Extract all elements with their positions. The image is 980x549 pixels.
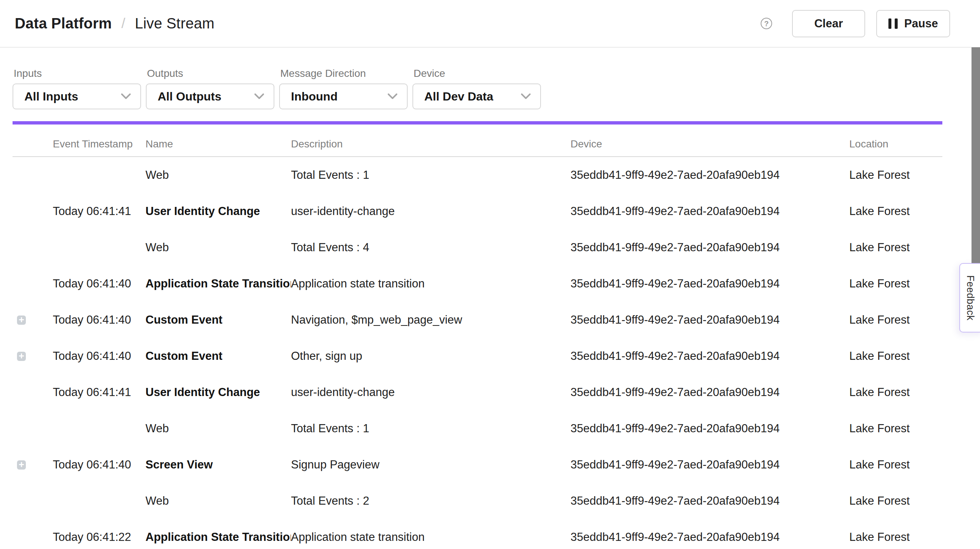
pause-icon bbox=[888, 19, 898, 29]
event-name: Screen View bbox=[145, 458, 291, 471]
clear-button[interactable]: Clear bbox=[792, 10, 865, 37]
page-title: Live Stream bbox=[135, 15, 215, 32]
column-device: Device bbox=[571, 138, 849, 150]
event-description: Signup Pageview bbox=[291, 458, 571, 471]
vertical-scrollbar[interactable] bbox=[972, 47, 980, 275]
pause-button-label: Pause bbox=[904, 17, 938, 30]
event-timestamp: Today 06:41:40 bbox=[53, 458, 145, 471]
table-row[interactable]: Web Total Events : 2 35eddb41-9ff9-49e2-… bbox=[13, 483, 942, 519]
event-timestamp: Today 06:41:41 bbox=[53, 205, 145, 218]
pause-button[interactable]: Pause bbox=[876, 10, 950, 37]
event-device: 35eddb41-9ff9-49e2-7aed-20afa90eb194 bbox=[571, 458, 849, 471]
filter-device: Device All Dev Data bbox=[412, 68, 541, 109]
table-row[interactable]: Web Total Events : 1 35eddb41-9ff9-49e2-… bbox=[13, 157, 942, 193]
inputs-dropdown[interactable]: All Inputs bbox=[13, 83, 141, 109]
event-location: Lake Forest bbox=[849, 241, 942, 254]
breadcrumb-separator: / bbox=[121, 16, 126, 31]
event-timestamp: Today 06:41:40 bbox=[53, 350, 145, 363]
event-description: user-identity-change bbox=[291, 205, 571, 218]
event-name: Web bbox=[145, 422, 291, 435]
event-name: Web bbox=[145, 494, 291, 508]
event-device: 35eddb41-9ff9-49e2-7aed-20afa90eb194 bbox=[571, 313, 849, 327]
expand-plus-icon[interactable]: + bbox=[17, 352, 26, 361]
event-timestamp: Today 06:41:22 bbox=[53, 530, 145, 544]
event-location: Lake Forest bbox=[849, 205, 942, 218]
expand-cell: + bbox=[13, 460, 53, 469]
event-device: 35eddb41-9ff9-49e2-7aed-20afa90eb194 bbox=[571, 422, 849, 435]
column-name: Name bbox=[145, 138, 291, 150]
chevron-down-icon bbox=[121, 94, 131, 99]
breadcrumb-data-platform[interactable]: Data Platform bbox=[15, 15, 112, 32]
event-name: Custom Event bbox=[145, 313, 291, 327]
event-table: Event Timestamp Name Description Device … bbox=[13, 124, 942, 549]
table-header-row: Event Timestamp Name Description Device … bbox=[13, 124, 942, 157]
event-description: Navigation, $mp_web_page_view bbox=[291, 313, 571, 327]
event-location: Lake Forest bbox=[849, 458, 942, 471]
feedback-tab[interactable]: Feedback bbox=[959, 263, 980, 332]
table-row[interactable]: + Today 06:41:40 Custom Event Other, sig… bbox=[13, 338, 942, 374]
event-device: 35eddb41-9ff9-49e2-7aed-20afa90eb194 bbox=[571, 494, 849, 508]
event-name: Web bbox=[145, 241, 291, 254]
event-location: Lake Forest bbox=[849, 530, 942, 544]
column-event-timestamp: Event Timestamp bbox=[53, 138, 145, 150]
event-description: Total Events : 1 bbox=[291, 422, 571, 435]
event-description: Application state transition bbox=[291, 530, 571, 544]
table-row[interactable]: Today 06:41:41 User Identity Change user… bbox=[13, 193, 942, 230]
outputs-label: Outputs bbox=[146, 68, 274, 80]
event-device: 35eddb41-9ff9-49e2-7aed-20afa90eb194 bbox=[571, 530, 849, 544]
expand-plus-icon[interactable]: + bbox=[17, 316, 26, 325]
event-device: 35eddb41-9ff9-49e2-7aed-20afa90eb194 bbox=[571, 241, 849, 254]
help-icon[interactable]: ? bbox=[760, 18, 772, 29]
expand-cell: + bbox=[13, 316, 53, 325]
message-direction-dropdown-value: Inbound bbox=[291, 90, 337, 104]
event-timestamp: Today 06:41:40 bbox=[53, 313, 145, 327]
outputs-dropdown[interactable]: All Outputs bbox=[146, 83, 274, 109]
device-label: Device bbox=[412, 68, 541, 80]
table-row[interactable]: Web Total Events : 4 35eddb41-9ff9-49e2-… bbox=[13, 230, 942, 266]
stream-accent-bar bbox=[13, 121, 942, 124]
inputs-label: Inputs bbox=[13, 68, 141, 80]
event-name: Application State Transition bbox=[145, 277, 291, 290]
event-location: Lake Forest bbox=[849, 386, 942, 399]
event-device: 35eddb41-9ff9-49e2-7aed-20afa90eb194 bbox=[571, 350, 849, 363]
event-location: Lake Forest bbox=[849, 350, 942, 363]
chevron-down-icon bbox=[255, 94, 264, 99]
event-device: 35eddb41-9ff9-49e2-7aed-20afa90eb194 bbox=[571, 277, 849, 290]
table-row[interactable]: + Today 06:41:40 Custom Event Navigation… bbox=[13, 302, 942, 338]
table-row[interactable]: Today 06:41:41 User Identity Change user… bbox=[13, 374, 942, 410]
event-device: 35eddb41-9ff9-49e2-7aed-20afa90eb194 bbox=[571, 205, 849, 218]
event-name: User Identity Change bbox=[145, 386, 291, 399]
expand-plus-icon[interactable]: + bbox=[17, 460, 26, 469]
filter-inputs: Inputs All Inputs bbox=[13, 68, 141, 109]
table-row[interactable]: + Today 06:41:40 Screen View Signup Page… bbox=[13, 447, 942, 483]
event-description: Total Events : 1 bbox=[291, 168, 571, 182]
filter-message-direction: Message Direction Inbound bbox=[279, 68, 408, 109]
event-location: Lake Forest bbox=[849, 277, 942, 290]
event-timestamp: Today 06:41:40 bbox=[53, 277, 145, 290]
event-description: Total Events : 2 bbox=[291, 494, 571, 508]
filter-bar: Inputs All Inputs Outputs All Outputs Me… bbox=[0, 48, 980, 109]
device-dropdown-value: All Dev Data bbox=[424, 90, 493, 104]
table-row[interactable]: Web Total Events : 1 35eddb41-9ff9-49e2-… bbox=[13, 410, 942, 447]
event-location: Lake Forest bbox=[849, 494, 942, 508]
inputs-dropdown-value: All Inputs bbox=[24, 90, 78, 104]
event-description: Other, sign up bbox=[291, 350, 571, 363]
expand-cell: + bbox=[13, 352, 53, 361]
filter-outputs: Outputs All Outputs bbox=[146, 68, 274, 109]
event-name: Application State Transition bbox=[145, 530, 291, 544]
device-dropdown[interactable]: All Dev Data bbox=[412, 83, 541, 109]
chevron-down-icon bbox=[388, 94, 397, 99]
column-location: Location bbox=[849, 138, 942, 150]
column-description: Description bbox=[291, 138, 571, 150]
event-description: user-identity-change bbox=[291, 386, 571, 399]
table-row[interactable]: Today 06:41:40 Application State Transit… bbox=[13, 266, 942, 302]
event-name: Custom Event bbox=[145, 350, 291, 363]
outputs-dropdown-value: All Outputs bbox=[158, 90, 221, 104]
message-direction-dropdown[interactable]: Inbound bbox=[279, 83, 408, 109]
event-device: 35eddb41-9ff9-49e2-7aed-20afa90eb194 bbox=[571, 386, 849, 399]
app-header: Data Platform / Live Stream ? Clear Paus… bbox=[0, 0, 980, 48]
table-row[interactable]: Today 06:41:22 Application State Transit… bbox=[13, 519, 942, 549]
event-name: User Identity Change bbox=[145, 205, 291, 218]
event-name: Web bbox=[145, 168, 291, 182]
event-timestamp: Today 06:41:41 bbox=[53, 386, 145, 399]
